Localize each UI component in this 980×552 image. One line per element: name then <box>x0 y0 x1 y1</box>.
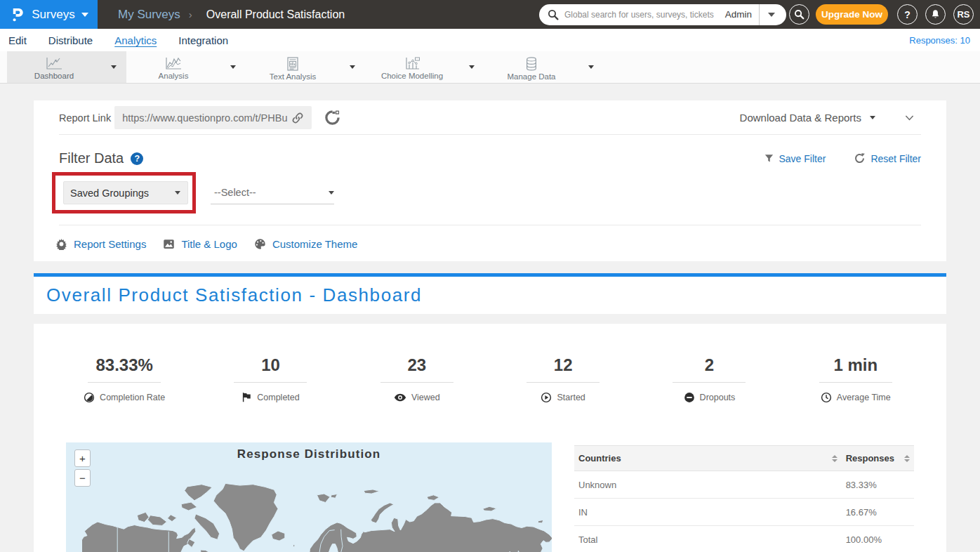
stat-caption: Completed <box>241 392 299 402</box>
product-menu-label: Surveys <box>32 8 74 22</box>
avatar[interactable]: RS <box>953 4 974 25</box>
eye-icon <box>394 392 406 403</box>
search-divider <box>759 4 760 25</box>
stat-value: 83.33% <box>95 355 152 375</box>
download-caret-icon <box>870 116 875 119</box>
annotation-highlight-box: Saved Groupings <box>52 172 196 213</box>
stat-label: Started <box>557 393 585 402</box>
filter-help-button[interactable]: ? <box>131 152 143 165</box>
topbar: Surveys My Surveys › Overall Product Sat… <box>0 0 980 29</box>
download-data-reports-menu[interactable]: Download Data & Reports <box>740 112 875 124</box>
stat-caption: Viewed <box>394 392 440 403</box>
analytics-toolbar: Dashboard Analysis <box>0 51 980 84</box>
stat-caption: Completion Rate <box>84 392 165 403</box>
header-cell-content: Countries <box>578 453 837 464</box>
sort-down-icon <box>904 459 910 462</box>
map-zoom-out-button[interactable]: − <box>74 469 91 487</box>
responses-count[interactable]: Responses: 10 <box>909 35 970 46</box>
text-analysis-button[interactable]: Text Analysis <box>246 51 340 83</box>
stat-rule <box>673 382 746 383</box>
analysis-button[interactable]: Analysis <box>126 51 220 83</box>
search-scope-label: Admin <box>722 9 759 20</box>
stat-value: 23 <box>407 355 426 375</box>
product-menu[interactable]: Surveys <box>0 0 98 29</box>
chevron-down-icon <box>111 65 117 69</box>
dashboard-button[interactable]: Dashboard <box>7 51 101 83</box>
tab-edit[interactable]: Edit <box>8 34 27 46</box>
tab-distribute[interactable]: Distribute <box>48 34 93 46</box>
stat-average-time: 1 min Average Time <box>783 355 929 403</box>
global-search: Admin <box>539 4 786 25</box>
countries-table-head: Countries Responses <box>574 446 914 471</box>
map-zoom-in-button[interactable]: + <box>74 449 91 467</box>
map-landmass <box>82 483 552 552</box>
report-link-url[interactable]: https://www.questionpro.com/t/PHBu <box>122 112 288 124</box>
map-zoom-controls: + − <box>74 449 91 487</box>
minus-circle-icon <box>684 392 695 403</box>
report-link-label: Report Link <box>59 112 111 124</box>
text-analysis-menu-caret[interactable] <box>340 51 365 83</box>
tab-analytics[interactable]: Analytics <box>114 34 157 46</box>
chevron-down-icon <box>350 65 355 69</box>
response-distribution-map: + − Response Distribution <box>66 442 552 552</box>
manage-data-menu-caret[interactable] <box>578 51 604 83</box>
stat-completed: 10 Completed <box>197 355 343 403</box>
stat-value: 2 <box>705 355 714 375</box>
report-settings-button[interactable]: Report Settings <box>55 238 146 250</box>
chevron-down-icon <box>588 65 594 69</box>
sort-up-icon <box>904 455 910 458</box>
filter-data-row: Filter Data ? Save Filter Reset Filter <box>34 135 946 166</box>
responses-cell: 100.00% <box>842 526 914 552</box>
clock-icon <box>821 392 832 403</box>
upgrade-now-button[interactable]: Upgrade Now <box>816 4 888 25</box>
survey-nav-tabs: Edit Distribute Analytics Integration Re… <box>0 29 980 51</box>
tab-integration[interactable]: Integration <box>178 34 228 46</box>
toolbar-item-dashboard: Dashboard <box>7 51 126 83</box>
collapse-panel-button[interactable] <box>903 112 915 124</box>
report-link-row: Report Link https://www.questionpro.com/… <box>34 100 946 134</box>
header-cell-content: Responses <box>846 453 910 464</box>
saved-groupings-select[interactable]: Saved Groupings <box>63 181 188 204</box>
reset-filter-button[interactable]: Reset Filter <box>854 152 921 164</box>
choice-modelling-button[interactable]: Choice Modelling <box>365 51 459 83</box>
toolbar-item-label: Choice Modelling <box>381 72 443 80</box>
stat-rule <box>234 382 307 383</box>
chevron-down-icon <box>903 112 915 124</box>
stat-value: 1 min <box>833 355 878 375</box>
search-button[interactable] <box>789 4 809 25</box>
stat-value: 10 <box>261 355 280 375</box>
toolbar-item-label: Analysis <box>159 72 189 80</box>
analysis-menu-caret[interactable] <box>220 51 246 83</box>
dashboard-menu-caret[interactable] <box>101 51 126 83</box>
responses-cell: 16.67% <box>842 499 914 526</box>
title-logo-button[interactable]: Title & Logo <box>163 238 237 250</box>
google-sync-button[interactable] <box>324 110 340 126</box>
customize-theme-label: Customize Theme <box>272 238 357 250</box>
save-filter-button[interactable]: Save Filter <box>764 153 826 164</box>
filter-actions: Save Filter Reset Filter <box>764 152 922 164</box>
global-search-input[interactable] <box>564 10 722 20</box>
report-link-field[interactable]: https://www.questionpro.com/t/PHBu <box>114 106 312 129</box>
sort-icon[interactable] <box>832 455 837 462</box>
image-icon <box>163 238 175 250</box>
palette-icon <box>254 238 266 250</box>
reset-icon <box>854 152 866 164</box>
manage-data-button[interactable]: Manage Data <box>484 51 578 83</box>
flag-icon <box>241 392 252 402</box>
stat-label: Dropouts <box>700 393 736 402</box>
text-analysis-icon <box>285 56 300 72</box>
stat-rule <box>819 382 892 383</box>
search-scope-caret-icon[interactable] <box>768 13 775 17</box>
toolbar-item-manage-data: Manage Data <box>484 51 604 83</box>
choice-modelling-menu-caret[interactable] <box>459 51 484 83</box>
responses-header-cell[interactable]: Responses <box>842 446 914 471</box>
countries-header-cell[interactable]: Countries <box>574 446 842 471</box>
countries-table-body: Unknown 83.33% IN 16.67% Total 100.00% <box>574 471 914 552</box>
grouping-select[interactable]: --Select-- <box>211 181 334 204</box>
notifications-button[interactable] <box>925 4 946 25</box>
sort-icon[interactable] <box>904 455 910 462</box>
breadcrumb-my-surveys[interactable]: My Surveys <box>118 8 180 22</box>
link-icon[interactable] <box>291 111 305 125</box>
customize-theme-button[interactable]: Customize Theme <box>254 238 357 250</box>
help-button[interactable]: ? <box>897 4 918 25</box>
